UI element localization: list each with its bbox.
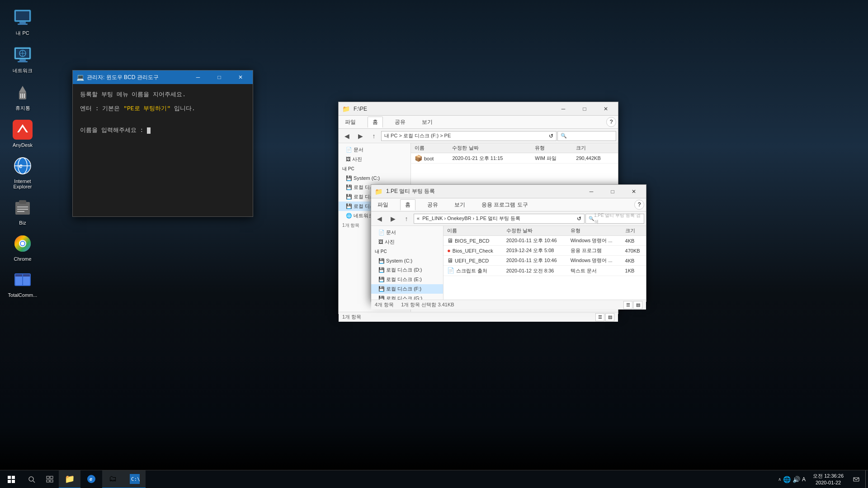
sidebar-docs[interactable]: 📄 문서 bbox=[339, 145, 410, 155]
systray-volume-icon[interactable]: 🔊 bbox=[793, 476, 800, 483]
explorer1-tab-home[interactable]: 홈 bbox=[368, 117, 383, 128]
table-row[interactable]: 📦boot 2020-01-21 오후 11:15 WIM 파일 290,442… bbox=[411, 153, 618, 164]
explorer2-statusbar: 4개 항목 1개 항목 선택함 3.41KB ☰ ▤ bbox=[371, 300, 646, 310]
show-desktop-button[interactable] bbox=[865, 470, 868, 488]
notification-button[interactable] bbox=[847, 470, 865, 488]
col-size[interactable]: 크기 bbox=[572, 143, 618, 153]
explorer1-help-btn[interactable]: ? bbox=[606, 117, 616, 127]
explorer2-forward[interactable]: ▶ bbox=[387, 213, 399, 225]
cmd-close-button[interactable]: ✕ bbox=[230, 70, 251, 84]
desktop-icon-network[interactable]: 네트워크 bbox=[5, 42, 41, 76]
explorer2-tab-share[interactable]: 공유 bbox=[423, 200, 443, 210]
cortana-button[interactable] bbox=[23, 470, 41, 488]
desktop-icon-anydesk[interactable]: AnyDesk bbox=[5, 117, 41, 150]
table-row-uefi-bcd[interactable]: 🖥UEFI_PE_BCD 2020-01-11 오후 10:46 Windows… bbox=[443, 256, 646, 266]
table-row-bios-bcd[interactable]: 🖥BIOS_PE_BCD 2020-01-11 오후 10:46 Windows… bbox=[443, 236, 646, 246]
explorer2-search[interactable]: 🔍 1.PE 멀티 부팅 등록 검색 bbox=[585, 214, 644, 224]
systray-chevron[interactable]: ∧ bbox=[778, 477, 781, 482]
explorer1-detail-view[interactable]: ▤ bbox=[605, 313, 614, 321]
systray-language[interactable]: A bbox=[802, 476, 806, 483]
sidebar2-local-f[interactable]: 💾 로컬 디스크 (F:) bbox=[371, 284, 443, 294]
svg-rect-23 bbox=[19, 200, 26, 204]
taskbar-app-cmd[interactable]: C:\ bbox=[124, 470, 146, 488]
explorer2-address-bar[interactable]: « PE_LINK › OnekeyBR › 1.PE 멀티 부팅 등록 ↺ bbox=[414, 214, 585, 224]
taskbar-explorer-icon: 📁 bbox=[65, 474, 75, 484]
explorer1-close[interactable]: ✕ bbox=[595, 102, 616, 116]
task-view-button[interactable] bbox=[41, 470, 59, 488]
sidebar2-docs[interactable]: 📄 문서 bbox=[371, 228, 443, 237]
explorer1-forward[interactable]: ▶ bbox=[354, 130, 367, 142]
explorer2-tab-tools[interactable]: 응용 프로그램 도구 bbox=[477, 200, 533, 210]
desktop-icon-chrome[interactable]: Chrome bbox=[5, 231, 41, 263]
explorer2-help-btn[interactable]: ? bbox=[634, 200, 644, 210]
col-date[interactable]: 수정한 날짜 bbox=[448, 143, 531, 153]
file-date: 2020-01-21 오후 11:15 bbox=[448, 153, 531, 164]
desktop-icon-totalcmd[interactable]: TotalComm... bbox=[5, 267, 41, 300]
clock-date: 2020-01-22 bbox=[816, 479, 841, 486]
explorer2-detail-view[interactable]: ▤ bbox=[633, 301, 642, 309]
cmd-title-icon: 💻 bbox=[76, 74, 84, 81]
systray-network-icon[interactable]: 🌐 bbox=[783, 476, 791, 483]
explorer1-back[interactable]: ◀ bbox=[340, 130, 353, 142]
explorer2-refresh[interactable]: ↺ bbox=[577, 216, 581, 222]
file2-name-4: 📄스크립트 출처 bbox=[443, 266, 503, 276]
sidebar-photos[interactable]: 🖼 사진 bbox=[339, 155, 410, 164]
explorer1-minimize[interactable]: ─ bbox=[553, 102, 574, 116]
desktop-icon-recycle[interactable]: 휴지통 bbox=[5, 80, 41, 113]
taskbar-app-explorer[interactable]: 📁 bbox=[59, 470, 80, 488]
file-type: WIM 파일 bbox=[531, 153, 572, 164]
explorer2-close[interactable]: ✕ bbox=[623, 185, 644, 198]
cmd-maximize-button[interactable]: □ bbox=[209, 70, 230, 84]
sidebar2-local-e[interactable]: 💾 로컬 디스크 (E:) bbox=[371, 275, 443, 284]
sidebar2-photos[interactable]: 🖼 사진 bbox=[371, 237, 443, 247]
col-name[interactable]: 이름 bbox=[411, 143, 448, 153]
desktop-icon-mypc[interactable]: 내 PC bbox=[5, 5, 41, 38]
explorer1-list-view[interactable]: ☰ bbox=[595, 313, 604, 321]
taskbar-clock[interactable]: 오전 12:36:26 2020-01-22 bbox=[809, 473, 847, 486]
explorer1-search[interactable]: 🔍 bbox=[557, 131, 616, 141]
explorer1-tab-file[interactable]: 파일 bbox=[340, 117, 360, 127]
explorer1-tab-share[interactable]: 공유 bbox=[390, 117, 410, 127]
table-row-bios-uefi[interactable]: ●Bios_UEFI_Check 2019-12-24 오후 5:08 응용 프… bbox=[443, 246, 646, 256]
sidebar-system-c[interactable]: 💾 System (C:) bbox=[339, 174, 410, 183]
desktop-icon-biz[interactable]: Biz bbox=[5, 195, 41, 227]
start-button[interactable] bbox=[0, 470, 23, 488]
explorer2-tab-file[interactable]: 파일 bbox=[373, 200, 393, 210]
cmd-file-icon-1: 🖥 bbox=[447, 237, 453, 244]
explorer1-title-icon: 📁 bbox=[342, 105, 350, 113]
explorer2-back[interactable]: ◀ bbox=[373, 213, 386, 225]
anydesk-label: AnyDesk bbox=[13, 142, 33, 148]
explorer1-tab-view[interactable]: 보기 bbox=[417, 117, 437, 127]
taskbar-app-ie[interactable]: e bbox=[80, 470, 102, 488]
table-row-script[interactable]: 📄스크립트 출처 2020-01-12 오전 8:36 텍스트 문서 1KB bbox=[443, 266, 646, 276]
explorer2-up[interactable]: ↑ bbox=[400, 213, 413, 225]
explorer1-up[interactable]: ↑ bbox=[368, 130, 380, 142]
sidebar2-local-d[interactable]: 💾 로컬 디스크 (D:) bbox=[371, 265, 443, 275]
explorer2-maximize[interactable]: □ bbox=[602, 185, 623, 198]
explorer2-minimize[interactable]: ─ bbox=[581, 185, 602, 198]
taskbar-app-folder[interactable]: 🗂 bbox=[102, 470, 124, 488]
taskbar-ie-icon: e bbox=[86, 474, 96, 484]
desktop-icon-ie[interactable]: e Internet Explorer bbox=[5, 153, 41, 191]
systray: ∧ 🌐 🔊 A bbox=[774, 476, 809, 483]
col2-type[interactable]: 유형 bbox=[567, 226, 622, 236]
sidebar2-local-g[interactable]: 💾 로컬 디스크 (G:) bbox=[371, 294, 443, 300]
cmd-minimize-button[interactable]: ─ bbox=[188, 70, 208, 84]
file2-date-1: 2020-01-11 오후 10:46 bbox=[503, 236, 567, 246]
explorer1-address-bar[interactable]: 내 PC > 로컬 디스크 (F:) > PE ↺ bbox=[381, 131, 557, 141]
sidebar2-system-c[interactable]: 💾 System (C:) bbox=[371, 257, 443, 265]
explorer2-content: 이름 수정한 날짜 유형 크기 🖥BIOS_PE_BCD 2020-01-11 … bbox=[443, 226, 646, 300]
notification-icon bbox=[853, 476, 860, 483]
explorer2-titlebar: 📁 1.PE 멀티 부팅 등록 ─ □ ✕ bbox=[371, 185, 646, 198]
explorer1-maximize[interactable]: □ bbox=[574, 102, 595, 116]
explorer2-tab-view[interactable]: 보기 bbox=[450, 200, 470, 210]
explorer2-list-view[interactable]: ☰ bbox=[623, 301, 632, 309]
explorer2-tab-home[interactable]: 홈 bbox=[400, 199, 415, 211]
col-type[interactable]: 유형 bbox=[531, 143, 572, 153]
cmd-window: 💻 관리자: 윈도우 BCD 관리도구 ─ □ ✕ 등록할 부팅 메뉴 이름을 … bbox=[72, 70, 253, 217]
explorer1-refresh[interactable]: ↺ bbox=[549, 133, 553, 139]
col2-size[interactable]: 크기 bbox=[622, 226, 646, 236]
col2-date[interactable]: 수정한 날짜 bbox=[503, 226, 567, 236]
svg-rect-3 bbox=[18, 23, 28, 25]
col2-name[interactable]: 이름 bbox=[443, 226, 503, 236]
